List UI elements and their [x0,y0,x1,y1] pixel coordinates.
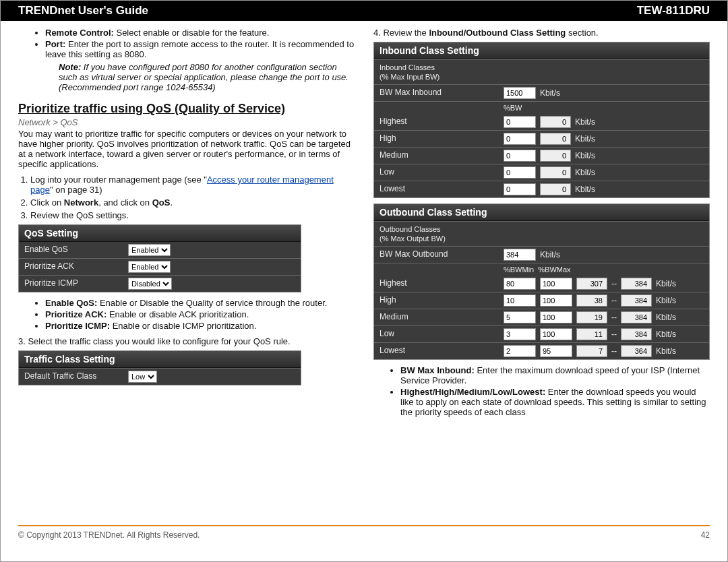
page-header: TRENDnet User's Guide TEW-811DRU [1,1,727,21]
row-label: Prioritize ICMP [19,276,124,292]
bwmin-input[interactable] [504,294,536,307]
readonly-value: 384 [621,311,652,323]
bw-input[interactable] [504,166,536,179]
list-item: Log into your router management page (se… [30,175,355,195]
row-label: Highest [374,276,499,292]
bw-input[interactable] [504,133,536,145]
readonly-value: 0 [540,183,571,195]
readonly-value: 0 [540,133,571,145]
row-label: Lowest [374,343,499,359]
breadcrumb: Network > QoS [18,117,355,127]
end-bullets: BW Max Inbound: Enter the maximum downlo… [373,365,710,417]
list-item: Remote Control: Select enable or disable… [45,28,355,38]
row-label: Medium [374,309,499,325]
bwmin-input[interactable] [504,345,536,357]
bwmax-input[interactable] [540,345,572,357]
readonly-value: 307 [576,278,607,290]
bwmax-input[interactable] [540,278,572,290]
row-label: Low [374,164,499,181]
section-title: Prioritize traffic using QoS (Quality of… [18,102,355,116]
bwmax-outbound-input[interactable] [504,249,536,261]
bw-input[interactable] [504,183,536,195]
panel-title: QoS Setting [19,225,301,242]
bw-input[interactable] [504,150,536,162]
qos-bullets: Enable QoS: Enable or Disable the Qualit… [18,298,355,331]
model-number: TEW-811DRU [637,4,710,18]
readonly-value: 0 [540,150,571,162]
right-column: 4. Review the Inbound/Outbound Class Set… [373,28,710,418]
note-block: Note: If you have configured port 8080 f… [18,62,355,92]
guide-title: TRENDnet User's Guide [18,4,148,18]
list-item: Port: Enter the port to assign remote ac… [45,39,355,59]
panel-title: Inbound Class Setting [374,42,709,59]
qos-select[interactable]: Disabled [128,278,172,290]
page-number: 42 [701,530,710,540]
row-label: BW Max Outbound [374,247,499,263]
bwmin-input[interactable] [504,311,536,323]
bwmax-input[interactable] [540,294,572,307]
qos-select[interactable]: Enabled [128,244,171,256]
list-item: BW Max Inbound: Enter the maximum downlo… [400,365,710,385]
list-item: Review the QoS settings. [30,210,355,220]
list-item: Click on Network, and click on QoS. [30,197,355,208]
bwmin-input[interactable] [504,328,536,340]
inbound-panel: Inbound Class Setting Inbound Classes(% … [373,42,710,198]
readonly-value: 19 [576,311,607,323]
bw-input[interactable] [504,116,536,128]
copyright: © Copyright 2013 TRENDnet. All Rights Re… [18,530,200,540]
list-item: Prioritize ICMP: Enable or disable ICMP … [45,321,355,331]
row-label: High [374,292,499,309]
left-column: Remote Control: Select enable or disable… [18,28,355,418]
readonly-value: 384 [621,328,652,340]
readonly-value: 0 [540,116,571,128]
bwmax-input[interactable] [540,328,572,340]
row-label: Prioritize ACK [19,259,124,275]
remote-bullets: Remote Control: Select enable or disable… [18,28,355,59]
steps-list: Log into your router management page (se… [18,175,355,220]
readonly-value: 384 [621,278,652,290]
row-label: Highest [374,114,499,130]
row-label: Default Traffic Class [19,369,124,385]
row-label: High [374,131,499,147]
qos-select[interactable]: Enabled [128,261,171,273]
readonly-value: 384 [621,294,652,307]
list-item: Enable QoS: Enable or Disable the Qualit… [45,298,355,308]
step-4-text: 4. Review the Inbound/Outbound Class Set… [373,28,710,38]
row-label: Enable QoS [19,242,124,258]
default-traffic-select[interactable]: Low [128,371,157,383]
intro-paragraph: You may want to prioritize traffic for s… [18,129,355,169]
readonly-value: 7 [576,345,607,357]
readonly-value: 0 [540,166,571,179]
list-item: Prioritize ACK: Enable or disable ACK pr… [45,309,355,319]
readonly-value: 38 [576,294,607,307]
qos-setting-panel: QoS Setting Enable QoS EnabledPrioritize… [18,224,301,292]
bwmax-inbound-input[interactable] [504,87,536,99]
row-label: Lowest [374,181,499,197]
step-3-text: 3. Select the traffic class you would li… [18,336,355,346]
row-label: Medium [374,148,499,164]
panel-title: Traffic Class Setting [19,351,301,368]
row-label: BW Max Inbound [374,85,499,101]
readonly-value: 364 [621,345,652,357]
outbound-panel: Outbound Class Setting Outbound Classes(… [373,204,710,360]
list-item: Highest/High/Medium/Low/Lowest: Enter th… [400,387,710,417]
traffic-class-panel: Traffic Class Setting Default Traffic Cl… [18,350,301,385]
row-label: Low [374,326,499,342]
bwmin-input[interactable] [504,278,536,290]
readonly-value: 11 [576,328,607,340]
bwmax-input[interactable] [540,311,572,323]
panel-title: Outbound Class Setting [374,204,709,221]
